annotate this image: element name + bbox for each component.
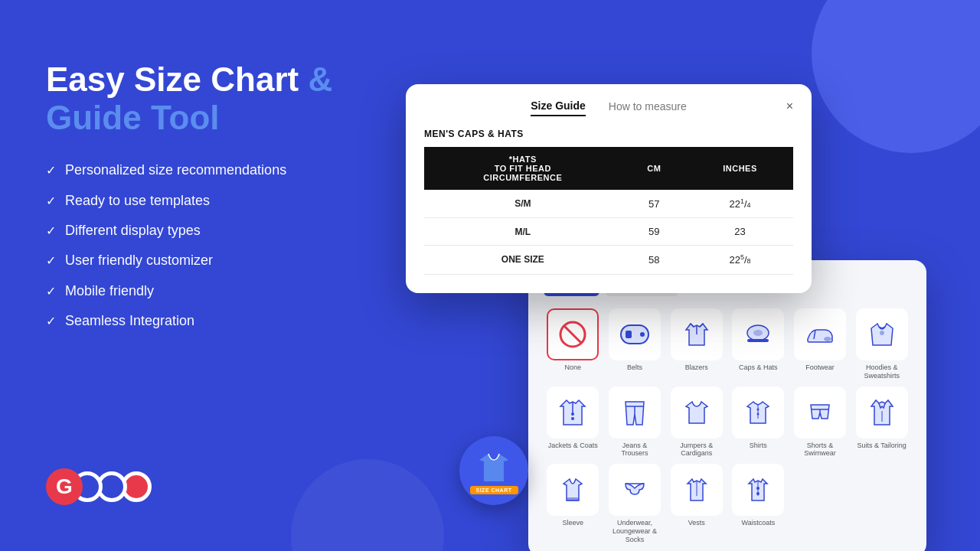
svg-rect-20 bbox=[567, 497, 579, 501]
title-amp: & bbox=[308, 60, 332, 98]
modal-subtitle: MEN'S CAPS & HATS bbox=[424, 129, 793, 139]
table-header-cm: CM bbox=[622, 147, 687, 190]
category-none-label: None bbox=[565, 364, 582, 372]
svg-point-24 bbox=[756, 487, 760, 490]
category-waistcoats-label: Waistcoats bbox=[741, 519, 775, 527]
category-jackets[interactable]: Jackets & Coats bbox=[544, 386, 603, 458]
modal-close-button[interactable]: × bbox=[786, 99, 793, 113]
svg-point-11 bbox=[571, 412, 574, 416]
check-icon: ✓ bbox=[46, 223, 56, 240]
svg-point-4 bbox=[640, 332, 645, 337]
floating-badge-inner: SIZE CHART bbox=[470, 448, 518, 494]
category-hoodies-label: Hoodies & Sweatshirts bbox=[856, 364, 908, 380]
category-sleeve-label: Sleeve bbox=[563, 519, 584, 527]
cm-59: 59 bbox=[622, 218, 687, 246]
category-suits[interactable]: Suits & Tailoring bbox=[852, 386, 911, 458]
table-row: S/M 57 221/4 bbox=[424, 190, 793, 218]
category-shorts-label: Shorts & Swimwear bbox=[794, 442, 846, 458]
category-grid: None Belts bbox=[544, 308, 911, 544]
check-icon: ✓ bbox=[46, 284, 56, 300]
category-jumpers-label: Jumpers & Cardigans bbox=[671, 442, 723, 458]
size-ml: M/L bbox=[424, 218, 622, 246]
svg-rect-3 bbox=[626, 331, 632, 338]
svg-point-16 bbox=[757, 412, 760, 415]
category-none[interactable]: None bbox=[544, 308, 603, 380]
inches-22-quarter: 221/4 bbox=[687, 190, 793, 218]
inches-23: 23 bbox=[687, 218, 793, 246]
category-footwear-label: Footwear bbox=[805, 364, 835, 372]
category-suits-label: Suits & Tailoring bbox=[857, 442, 906, 450]
title-line1: Easy Size Chart & bbox=[46, 61, 390, 98]
cm-57: 57 bbox=[622, 190, 687, 218]
category-underwear[interactable]: Underwear, Loungewear & Socks bbox=[606, 464, 665, 543]
category-blazers[interactable]: Blazers bbox=[667, 308, 726, 380]
check-icon: ✓ bbox=[46, 194, 56, 210]
modal-header: Size Guide How to measure × bbox=[424, 99, 793, 116]
svg-point-8 bbox=[824, 337, 831, 341]
category-jeans-label: Jeans & Trousers bbox=[609, 442, 661, 458]
inches-22-frac: 225/8 bbox=[687, 246, 793, 274]
logo: G bbox=[46, 468, 152, 505]
category-belts-label: Belts bbox=[627, 364, 642, 372]
svg-point-10 bbox=[571, 417, 574, 420]
category-panel: MEN WOMEN None bbox=[528, 260, 926, 551]
svg-point-25 bbox=[756, 492, 760, 495]
category-hoodies[interactable]: Hoodies & Sweatshirts bbox=[852, 308, 911, 380]
badge-strip: SIZE CHART bbox=[470, 486, 518, 494]
check-icon: ✓ bbox=[46, 253, 56, 269]
category-jumpers[interactable]: Jumpers & Cardigans bbox=[667, 386, 726, 458]
feature-item: ✓Different display types bbox=[46, 222, 390, 240]
category-shorts[interactable]: Shorts & Swimwear bbox=[791, 386, 850, 458]
svg-point-15 bbox=[757, 408, 760, 410]
category-jeans[interactable]: Jeans & Trousers bbox=[606, 386, 665, 458]
features-list: ✓Personalized size recommendations✓Ready… bbox=[46, 161, 390, 330]
category-jackets-label: Jackets & Coats bbox=[548, 442, 598, 450]
feature-item: ✓User friendly customizer bbox=[46, 252, 390, 269]
table-row: M/L 59 23 bbox=[424, 218, 793, 246]
table-header-inches: INCHES bbox=[687, 147, 793, 190]
cm-58: 58 bbox=[622, 246, 687, 274]
category-caps[interactable]: Caps & Hats bbox=[729, 308, 788, 380]
category-sleeve[interactable]: Sleeve bbox=[544, 464, 603, 543]
svg-point-9 bbox=[880, 331, 884, 335]
feature-item: ✓Personalized size recommendations bbox=[46, 161, 390, 179]
size-onesize: ONE SIZE bbox=[424, 246, 622, 274]
title-line2: Guide Tool bbox=[46, 98, 390, 139]
category-caps-label: Caps & Hats bbox=[739, 364, 778, 372]
check-icon: ✓ bbox=[46, 314, 56, 330]
feature-item: ✓Ready to use templates bbox=[46, 192, 390, 210]
feature-item: ✓Mobile friendly bbox=[46, 282, 390, 300]
category-blazers-label: Blazers bbox=[685, 364, 708, 372]
check-icon: ✓ bbox=[46, 163, 56, 179]
category-vests[interactable]: Vests bbox=[667, 464, 726, 543]
category-shirts[interactable]: Shirts bbox=[729, 386, 788, 458]
category-belts[interactable]: Belts bbox=[606, 308, 665, 380]
size-sm: S/M bbox=[424, 190, 622, 218]
category-vests-label: Vests bbox=[688, 519, 705, 527]
title-text-plain: Easy Size Chart bbox=[46, 60, 299, 98]
size-table: *HATSTO FIT HEADCIRCUMFERENCE CM INCHES … bbox=[424, 147, 793, 275]
feature-item: ✓Seamless Integration bbox=[46, 312, 390, 330]
tab-how-to-measure[interactable]: How to measure bbox=[609, 100, 687, 116]
floating-badge: SIZE CHART bbox=[459, 436, 528, 505]
table-header-hat: *HATSTO FIT HEADCIRCUMFERENCE bbox=[424, 147, 622, 190]
category-underwear-label: Underwear, Loungewear & Socks bbox=[609, 519, 661, 543]
logo-circles bbox=[78, 471, 152, 502]
logo-letter: G bbox=[46, 468, 83, 505]
svg-line-1 bbox=[564, 326, 581, 343]
category-footwear[interactable]: Footwear bbox=[791, 308, 850, 380]
category-waistcoats[interactable]: Waistcoats bbox=[729, 464, 788, 543]
size-guide-modal: Size Guide How to measure × MEN'S CAPS &… bbox=[406, 84, 812, 293]
svg-rect-6 bbox=[747, 339, 769, 342]
right-panel: Size Guide How to measure × MEN'S CAPS &… bbox=[368, 0, 980, 551]
svg-point-7 bbox=[753, 330, 763, 336]
category-shirts-label: Shirts bbox=[750, 442, 767, 450]
shirt-icon bbox=[473, 448, 514, 489]
left-panel: Easy Size Chart & Guide Tool ✓Personaliz… bbox=[46, 61, 390, 343]
table-row: ONE SIZE 58 225/8 bbox=[424, 246, 793, 274]
tab-size-guide[interactable]: Size Guide bbox=[531, 99, 586, 116]
